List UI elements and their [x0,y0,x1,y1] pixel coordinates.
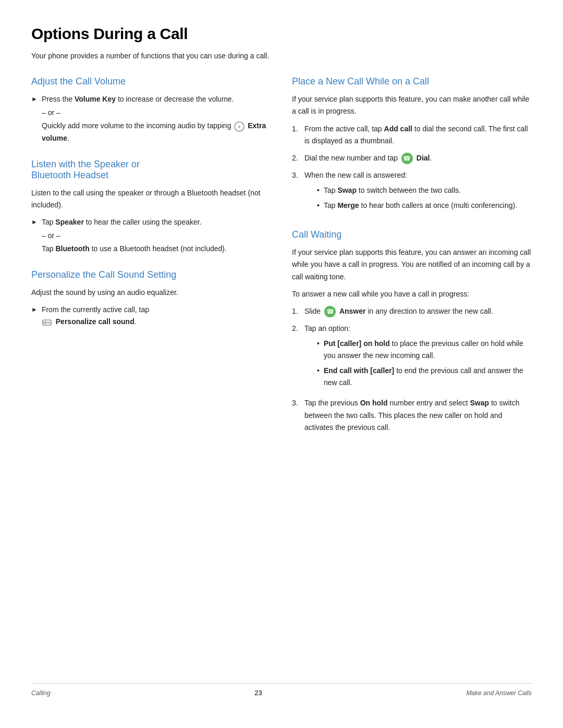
section-adjust-volume: Adjust the Call Volume ► Press the Volum… [31,76,271,144]
intro-text: Your phone provides a number of function… [31,50,532,61]
list-item: 2. Tap an option: • Put [caller] on hold… [292,323,532,392]
list-item: • Tap Swap to switch between the two cal… [317,184,517,196]
svg-text:+: + [238,124,241,130]
phone-dial-icon: ☎ [401,153,413,164]
arrow-icon-3: ► [31,305,38,315]
step2-text: Dial the new number and tap ☎ Dial. [304,152,432,164]
footer-right: Make and Answer Calls [466,689,532,697]
heading-personalize-sound: Personalize the Call Sound Setting [31,269,271,280]
speaker-bullet: ► Tap Speaker to hear the caller using t… [31,216,271,228]
volume-key-text: Press the Volume Key to increase or decr… [42,93,234,105]
page-title: Options During a Call [31,25,532,43]
left-column: Adjust the Call Volume ► Press the Volum… [31,76,271,662]
right-column: Place a New Call While on a Call If your… [292,76,532,662]
cw-step2-subbullets: • Put [caller] on hold to place the prev… [304,338,532,389]
extra-volume-text: Quickly add more volume to the incoming … [31,120,271,144]
list-item: 1. Slide ☎ Answer in any direction to an… [292,305,532,317]
speaker-text: Tap Speaker to hear the caller using the… [42,216,202,228]
list-item: • Put [caller] on hold to place the prev… [317,338,532,362]
section-call-waiting: Call Waiting If your service plan suppor… [292,229,532,433]
heading-adjust-volume: Adjust the Call Volume [31,76,271,87]
speaker-bluetooth-intro: Listen to the call using the speaker or … [31,187,271,211]
heading-speaker-bluetooth: Listen with the Speaker orBluetooth Head… [31,159,271,181]
personalize-bullet: ► From the currently active call, tap Pe… [31,304,271,328]
call-waiting-to-answer: To answer a new call while you have a ca… [292,288,532,300]
phone-slide-icon: ☎ [324,306,336,317]
or-text-2: – or – [31,231,271,240]
arrow-icon: ► [31,94,38,105]
section-place-new-call: Place a New Call While on a Call If your… [292,76,532,215]
heading-call-waiting: Call Waiting [292,229,532,240]
list-item: • Tap Merge to hear both callers at once… [317,200,517,212]
or-text-1: – or – [31,108,271,117]
list-item: 2. Dial the new number and tap ☎ Dial. [292,152,532,164]
content-area: Adjust the Call Volume ► Press the Volum… [31,76,532,662]
footer: Calling 23 Make and Answer Calls [31,683,532,697]
call-waiting-intro: If your service plan supports this featu… [292,246,532,282]
arrow-icon-2: ► [31,217,38,228]
place-new-call-list: 1. From the active call, tap Add call to… [292,123,532,215]
section-personalize-sound: Personalize the Call Sound Setting Adjus… [31,269,271,328]
volume-key-bullet: ► Press the Volume Key to increase or de… [31,93,271,105]
list-item: 1. From the active call, tap Add call to… [292,123,532,147]
step1-text: From the active call, tap Add call to di… [304,123,532,147]
footer-left: Calling [31,689,51,697]
list-item: • End call with [caller] to end the prev… [317,365,532,389]
place-new-call-intro: If your service plan supports this featu… [292,93,532,117]
page: Options During a Call Your phone provide… [0,0,563,728]
footer-page-number: 23 [254,689,262,697]
list-item: 3. When the new call is answered: • Tap … [292,169,532,215]
section-speaker-bluetooth: Listen with the Speaker orBluetooth Head… [31,159,271,255]
cw-step2-text: Tap an option: • Put [caller] on hold to… [304,323,532,392]
list-item: 3. Tap the previous On hold number entry… [292,397,532,433]
extra-volume-icon: + [234,121,244,132]
personalize-intro: Adjust the sound by using an audio equal… [31,287,271,299]
heading-place-new-call: Place a New Call While on a Call [292,76,532,87]
bluetooth-text: Tap Bluetooth to use a Bluetooth headset… [31,243,271,255]
call-waiting-list: 1. Slide ☎ Answer in any direction to an… [292,305,532,434]
cw-step3-text: Tap the previous On hold number entry an… [304,397,532,433]
personalize-icon [42,317,52,328]
step3-subbullets: • Tap Swap to switch between the two cal… [304,184,517,212]
personalize-text: From the currently active call, tap Pers… [42,304,149,328]
step3-text: When the new call is answered: • Tap Swa… [304,169,517,215]
cw-step1-text: Slide ☎ Answer in any direction to answe… [304,305,493,317]
